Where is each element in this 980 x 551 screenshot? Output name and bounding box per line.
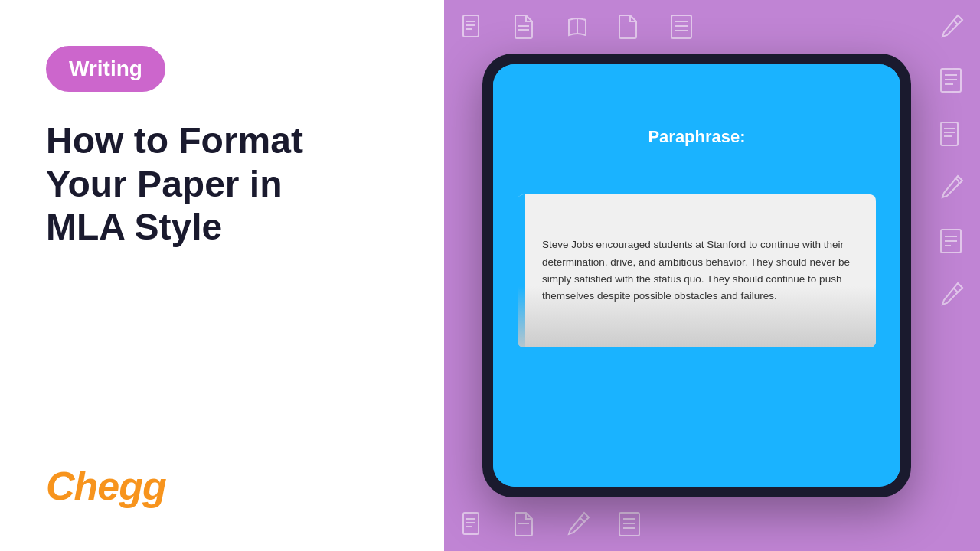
paraphrase-label: Paraphrase: [648, 127, 745, 147]
deco-icon-pen3 [933, 279, 969, 311]
svg-line-24 [953, 288, 958, 292]
right-panel: Paraphrase: Steve Jobs encouraged studen… [444, 0, 980, 551]
svg-line-30 [580, 517, 584, 522]
tablet-device: Paraphrase: Steve Jobs encouraged studen… [482, 54, 911, 497]
deco-icon-3 [611, 11, 648, 43]
paraphrase-text: Steve Jobs encouraged students at Stanfo… [542, 236, 851, 305]
svg-line-11 [953, 20, 958, 24]
svg-rect-31 [619, 513, 639, 536]
deco-icon-right-doc2 [933, 225, 969, 257]
deco-icon-bot3 [611, 508, 648, 540]
deco-icon-2 [507, 11, 544, 43]
main-title: How to Format Your Paper in MLA Style [46, 119, 406, 249]
tablet-screen: Paraphrase: Steve Jobs encouraged studen… [493, 64, 900, 487]
deco-icon-bot1 [455, 508, 492, 540]
svg-rect-7 [671, 15, 691, 38]
tablet-body: Paraphrase: Steve Jobs encouraged studen… [482, 54, 911, 497]
svg-rect-0 [463, 15, 479, 37]
left-panel: Writing How to Format Your Paper in MLA … [0, 0, 444, 551]
deco-icon-bot2 [507, 508, 544, 540]
deco-icon-list [663, 11, 700, 43]
writing-badge: Writing [46, 46, 165, 92]
svg-rect-25 [463, 513, 479, 534]
deco-icon-book [559, 11, 596, 43]
paraphrase-card: Steve Jobs encouraged students at Stanfo… [518, 194, 876, 347]
svg-rect-16 [941, 122, 958, 145]
deco-icon-bot-pen [559, 508, 596, 540]
deco-icon-pen1 [933, 11, 969, 43]
svg-rect-20 [941, 230, 961, 253]
deco-icon-1 [455, 11, 492, 43]
chegg-logo: Chegg [46, 463, 166, 509]
tablet-top-section: Paraphrase: [493, 64, 900, 202]
deco-icon-right-list1 [933, 64, 969, 96]
svg-rect-12 [941, 69, 961, 92]
deco-icon-right-doc [933, 118, 969, 150]
deco-icon-pen2 [933, 171, 969, 204]
tablet-bottom-section [493, 347, 900, 487]
